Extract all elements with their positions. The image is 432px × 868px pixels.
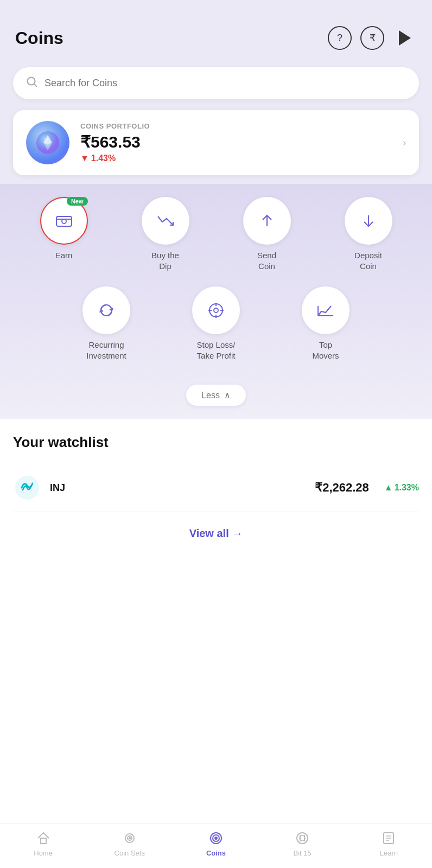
coin-symbol: INJ [50, 482, 306, 494]
stop-loss-circle [192, 286, 240, 334]
chevron-up-icon: ∧ [224, 390, 231, 400]
top-movers-circle [302, 286, 350, 334]
buy-dip-label: Buy theDip [151, 250, 179, 271]
nav-item-bit15[interactable]: Bit 15 [270, 831, 335, 857]
svg-point-11 [214, 308, 218, 312]
nav-label-home: Home [34, 849, 53, 857]
learn-icon [381, 831, 396, 846]
portfolio-section: COINS PORTFOLIO ₹563.53 ▼ 1.43% › [0, 110, 432, 184]
svg-point-22 [129, 838, 130, 839]
watchlist-item[interactable]: INJ ₹2,262.28 ▲ 1.33% [13, 464, 419, 512]
play-button[interactable] [393, 26, 417, 50]
nav-item-coin-sets[interactable]: Coin Sets [97, 831, 162, 857]
coin-sets-icon [122, 831, 137, 846]
top-movers-label: TopMovers [312, 340, 339, 361]
search-bar [13, 67, 419, 99]
actions-row-1: New Earn Buy theDip [13, 197, 419, 271]
home-icon [36, 831, 51, 846]
buy-dip-action[interactable]: Buy theDip [128, 197, 204, 271]
rupee-button[interactable]: ₹ [360, 26, 384, 50]
search-section [0, 61, 432, 110]
portfolio-value: ₹563.53 [80, 132, 392, 151]
portfolio-info: COINS PORTFOLIO ₹563.53 ▼ 1.43% [80, 122, 392, 163]
earn-label: Earn [55, 250, 73, 261]
svg-point-26 [297, 833, 308, 844]
less-button[interactable]: Less ∧ [186, 385, 246, 406]
view-all-wrap: View all → [13, 512, 419, 561]
nav-label-learn: Learn [380, 849, 398, 857]
coin-change-positive: ▲ 1.33% [384, 483, 419, 493]
recurring-investment-action[interactable]: RecurringInvestment [68, 286, 144, 361]
change-arrow-down-icon: ▼ [80, 154, 89, 163]
send-coin-circle [243, 197, 291, 245]
deposit-coin-label: DepositCoin [354, 250, 382, 271]
header: Coins ? ₹ [0, 0, 432, 61]
earn-action[interactable]: New Earn [26, 197, 102, 271]
nav-item-learn[interactable]: Learn [356, 831, 421, 857]
header-icons: ? ₹ [328, 26, 417, 50]
coin-change-value: 1.33% [395, 483, 419, 493]
portfolio-change: ▼ 1.43% [80, 154, 392, 163]
bottom-nav: Home Coin Sets Coins Bit 15 [0, 824, 432, 868]
portfolio-coin-icon [26, 121, 69, 164]
portfolio-change-value: 1.43% [91, 154, 116, 163]
svg-point-0 [28, 78, 35, 85]
watchlist-title: Your watchlist [13, 434, 419, 451]
less-button-wrap: Less ∧ [13, 376, 419, 419]
recurring-circle [82, 286, 130, 334]
buy-dip-circle [142, 197, 189, 245]
portfolio-card[interactable]: COINS PORTFOLIO ₹563.53 ▼ 1.43% › [13, 110, 419, 175]
coin-price: ₹2,262.28 [315, 481, 369, 495]
actions-row-2: RecurringInvestment Stop Loss/Take Profi… [13, 286, 419, 361]
deposit-coin-action[interactable]: DepositCoin [331, 197, 406, 271]
search-input[interactable] [45, 78, 406, 89]
triangle-up-icon: ▲ [384, 483, 393, 493]
play-icon [399, 30, 411, 46]
search-icon [26, 76, 38, 91]
rupee-icon: ₹ [370, 32, 376, 44]
less-label: Less [201, 391, 220, 400]
nav-label-coin-sets: Coin Sets [115, 849, 145, 857]
svg-point-25 [215, 837, 217, 839]
question-icon: ? [337, 33, 342, 44]
nav-label-bit15: Bit 15 [294, 849, 312, 857]
inj-coin-logo [13, 474, 41, 502]
portfolio-label: COINS PORTFOLIO [80, 122, 392, 130]
page-title: Coins [15, 28, 63, 48]
recurring-label: RecurringInvestment [86, 340, 126, 361]
nav-item-home[interactable]: Home [11, 831, 76, 857]
stop-loss-action[interactable]: Stop Loss/Take Profit [178, 286, 254, 361]
nav-item-coins[interactable]: Coins [183, 831, 249, 857]
send-coin-action[interactable]: SendCoin [229, 197, 305, 271]
watchlist-section: Your watchlist INJ ₹2,262.28 ▲ 1.33% Vie… [0, 419, 432, 824]
svg-rect-19 [41, 838, 46, 844]
portfolio-detail-arrow-icon[interactable]: › [403, 137, 406, 149]
actions-section: New Earn Buy theDip [0, 184, 432, 419]
deposit-coin-circle [345, 197, 392, 245]
new-badge: New [67, 197, 88, 206]
earn-circle: New [40, 197, 88, 245]
nav-label-coins: Coins [206, 849, 226, 857]
view-all-button[interactable]: View all → [189, 527, 243, 540]
top-movers-action[interactable]: TopMovers [288, 286, 364, 361]
svg-point-6 [62, 219, 66, 224]
svg-rect-5 [56, 216, 72, 226]
help-button[interactable]: ? [328, 26, 352, 50]
stop-loss-label: Stop Loss/Take Profit [197, 340, 236, 361]
bit15-icon [295, 831, 310, 846]
send-coin-label: SendCoin [257, 250, 276, 271]
coins-icon [208, 831, 224, 846]
svg-line-1 [34, 84, 37, 87]
